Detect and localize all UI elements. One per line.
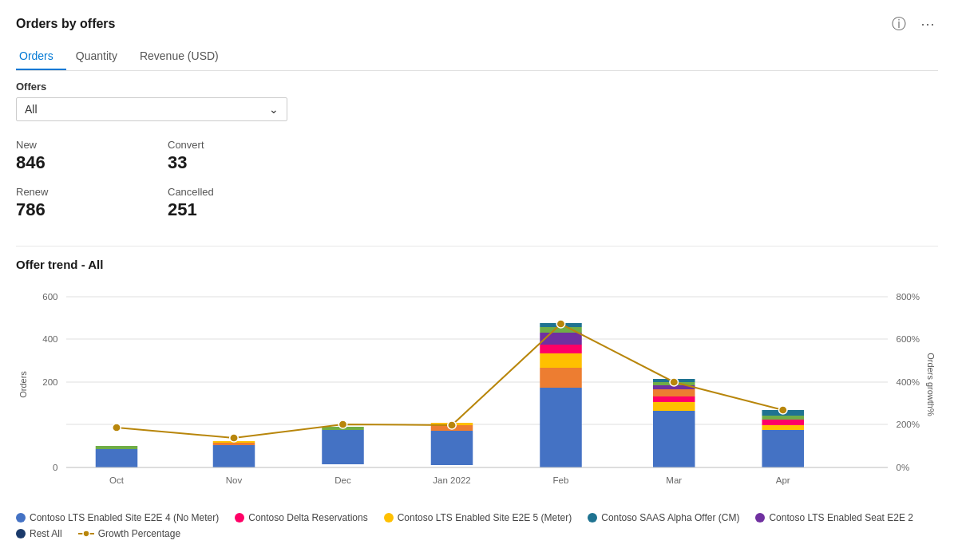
offers-label: Offers (16, 81, 938, 93)
metric-new-label: New (16, 139, 168, 151)
legend-rest-all: Rest All (16, 528, 62, 539)
metric-cancelled: Cancelled 251 (168, 183, 319, 230)
x-label-mar: Mar (666, 475, 682, 485)
svg-text:0%: 0% (897, 463, 910, 472)
bar-mar-segment2 (653, 402, 695, 411)
svg-text:Orders: Orders (18, 371, 27, 398)
svg-text:600%: 600% (897, 334, 920, 344)
tabs-bar: Orders Quantity Revenue (USD) (16, 43, 938, 71)
chart-section: Offer trend - All 600 400 200 0 800% 600… (16, 246, 938, 539)
svg-text:Orders growth%: Orders growth% (926, 353, 936, 416)
bar-jan-segment1 (431, 431, 473, 465)
bar-feb-segment3 (540, 353, 582, 368)
x-label-dec: Dec (334, 475, 351, 485)
bar-feb-segment4 (540, 345, 582, 353)
more-icon: ⋯ (920, 16, 935, 32)
growth-dot-dec (338, 420, 347, 428)
bar-oct-segment1 (96, 449, 138, 467)
bar-feb-segment5 (540, 333, 582, 345)
legend-dot-pink (235, 513, 244, 523)
legend-dot-orange (384, 513, 394, 523)
legend-contoso-delta: Contoso Delta Reservations (235, 512, 367, 523)
chart-title: Offer trend - All (16, 258, 938, 271)
x-label-apr: Apr (776, 475, 790, 485)
svg-text:600: 600 (42, 292, 57, 302)
widget-actions: ⓘ ⋯ (889, 13, 938, 35)
growth-dot-feb (556, 320, 565, 328)
widget-header: Orders by offers ⓘ ⋯ (16, 13, 938, 35)
svg-text:400: 400 (42, 334, 57, 344)
growth-dot-nov (230, 434, 239, 442)
svg-text:400%: 400% (897, 377, 920, 387)
widget-title: Orders by offers (16, 17, 115, 31)
bar-apr-segment1 (762, 430, 805, 467)
legend-contoso-saas: Contoso SAAS Alpha Offer (CM) (588, 512, 739, 523)
legend-dot-purple (755, 513, 765, 523)
growth-dot-mar (670, 378, 679, 386)
offers-dropdown[interactable]: All ⌄ (16, 97, 287, 121)
legend-dot-darkblue (16, 529, 26, 538)
metric-cancelled-value: 251 (168, 199, 319, 220)
metric-cancelled-label: Cancelled (168, 186, 319, 198)
dropdown-value: All (25, 103, 38, 116)
legend-label-rest-all: Rest All (30, 528, 62, 539)
metric-convert-value: 33 (168, 152, 319, 173)
legend-dot-teal (588, 513, 597, 523)
tab-quantity[interactable]: Quantity (73, 43, 130, 70)
legend-dot-blue (16, 513, 26, 523)
growth-dot-jan (448, 421, 457, 429)
bar-oct-segment2 (96, 446, 138, 449)
bar-dec-segment1 (322, 430, 364, 464)
bar-mar-segment4 (653, 389, 695, 396)
bar-feb-segment1 (540, 388, 582, 467)
bar-mar-segment1 (653, 411, 695, 467)
legend-contoso-lts-e2e5: Contoso LTS Enabled Site E2E 5 (Meter) (384, 512, 572, 523)
metrics-grid: New 846 Convert 33 Renew 786 Cancelled 2… (16, 136, 319, 230)
bar-nov-segment2 (213, 443, 255, 445)
chart-svg: 600 400 200 0 800% 600% 400% 200% 0% Ord… (16, 281, 938, 504)
legend-growth: Growth Percentage (78, 528, 180, 539)
svg-point-18 (83, 530, 89, 537)
legend-label-contoso-lts-seat: Contoso LTS Enabled Seat E2E 2 (769, 512, 913, 523)
info-icon: ⓘ (892, 16, 906, 32)
more-options-button[interactable]: ⋯ (917, 14, 938, 34)
chevron-down-icon: ⌄ (269, 103, 279, 116)
svg-text:800%: 800% (897, 292, 920, 302)
x-label-jan: Jan 2022 (433, 475, 470, 485)
legend-label-contoso-saas: Contoso SAAS Alpha Offer (CM) (601, 512, 739, 523)
x-label-nov: Nov (226, 475, 243, 485)
tab-orders[interactable]: Orders (16, 43, 66, 70)
svg-text:200%: 200% (897, 420, 920, 429)
svg-text:200: 200 (42, 377, 57, 387)
bar-apr-segment2 (762, 425, 805, 430)
bar-feb-segment2 (540, 368, 582, 388)
legend-label-contoso-lts-e2e5: Contoso LTS Enabled Site E2E 5 (Meter) (398, 512, 572, 523)
svg-text:0: 0 (53, 463, 57, 472)
metric-new: New 846 (16, 136, 168, 183)
tab-revenue[interactable]: Revenue (USD) (137, 43, 232, 70)
metric-renew-label: Renew (16, 186, 168, 198)
x-label-feb: Feb (553, 475, 569, 485)
legend-label-growth: Growth Percentage (98, 528, 180, 539)
x-label-oct: Oct (109, 475, 125, 485)
legend-contoso-lts-seat: Contoso LTS Enabled Seat E2E 2 (755, 512, 913, 523)
info-button[interactable]: ⓘ (889, 13, 909, 35)
bar-apr-segment3 (762, 420, 805, 425)
metric-renew: Renew 786 (16, 183, 168, 230)
bar-mar-segment3 (653, 396, 695, 402)
bar-apr-segment4 (762, 416, 805, 420)
growth-dot-apr (779, 406, 788, 414)
bar-nov-segment1 (213, 445, 255, 467)
metric-convert: Convert 33 (168, 136, 319, 183)
chart-legend: Contoso LTS Enabled Site E2E 4 (No Meter… (16, 512, 938, 539)
legend-label-contoso-lts-e2e4: Contoso LTS Enabled Site E2E 4 (No Meter… (30, 512, 219, 523)
chart-container: 600 400 200 0 800% 600% 400% 200% 0% Ord… (16, 281, 938, 504)
metric-convert-label: Convert (168, 139, 319, 151)
growth-dot-oct (113, 424, 121, 432)
metric-new-value: 846 (16, 152, 168, 173)
metric-renew-value: 786 (16, 199, 168, 220)
legend-label-contoso-delta: Contoso Delta Reservations (248, 512, 367, 523)
legend-contoso-lts-e2e4: Contoso LTS Enabled Site E2E 4 (No Meter… (16, 512, 219, 523)
legend-line-growth-icon (78, 529, 94, 538)
